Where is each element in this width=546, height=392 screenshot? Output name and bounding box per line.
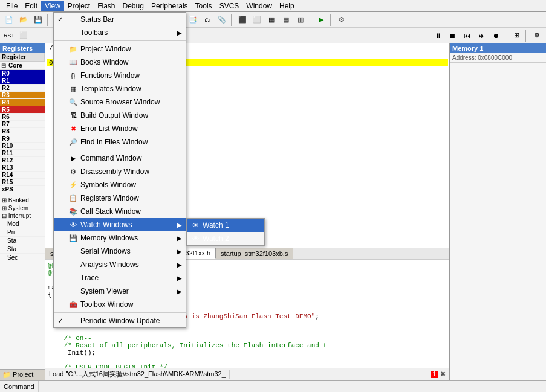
dd-label-disassembly: Disassembly Window bbox=[80, 167, 149, 176]
watch-submenu: 👁 Watch 1 👁 Watch 2 bbox=[186, 218, 265, 246]
tb-sep6 bbox=[310, 14, 312, 26]
tab-startup-stm32f103xb-s[interactable]: startup_stm32f103xb.s bbox=[216, 248, 293, 259]
disassembly-window-icon: ⚙ bbox=[68, 167, 78, 176]
dd-item-disassembly-window[interactable]: ⚙ Disassembly Window bbox=[54, 165, 186, 178]
dd-label-registers: Registers Window bbox=[80, 194, 139, 202]
watch-windows-icon: 👁 bbox=[68, 220, 78, 230]
tb-bookmark4[interactable]: 📎 bbox=[215, 13, 229, 27]
dd-item-project-window[interactable]: 📁 Project Window bbox=[54, 42, 186, 56]
analysis-windows-icon bbox=[68, 260, 78, 269]
tb2-sep3 bbox=[525, 30, 528, 42]
source-browser-icon: 🔍 bbox=[68, 97, 78, 107]
dd-item-call-stack-window[interactable]: 📚 Call Stack Window bbox=[54, 205, 186, 218]
functions-window-icon: {} bbox=[68, 71, 78, 80]
tb-align1[interactable]: ⬛ bbox=[236, 13, 249, 27]
tb2-dbg1[interactable]: ⏸ bbox=[431, 29, 444, 42]
tb2-dbg5[interactable]: ⏺ bbox=[489, 29, 502, 42]
menu-help[interactable]: Help bbox=[276, 1, 298, 11]
tb2-settings[interactable]: ⚙ bbox=[530, 29, 544, 42]
tb2-dbg4[interactable]: ⏭ bbox=[475, 29, 488, 42]
dd-item-memory-windows[interactable]: 💾 Memory Windows ▶ bbox=[54, 231, 186, 245]
dd-item-error-list-window[interactable]: ✖ Error List Window bbox=[54, 122, 186, 135]
tb-align4[interactable]: ▤ bbox=[279, 13, 293, 27]
menu-tools[interactable]: Tools bbox=[192, 1, 216, 11]
menu-peripherals[interactable]: Peripherals bbox=[148, 1, 192, 11]
code-bottom-line-12: /* Reset of all peripherals, Initializes… bbox=[48, 342, 447, 349]
menu-edit[interactable]: Edit bbox=[21, 1, 41, 11]
dd-item-source-browser-window[interactable]: 🔍 Source Browser Window bbox=[54, 95, 186, 109]
dd-item-functions-window[interactable]: {} Functions Window bbox=[54, 69, 186, 82]
status-bar-icon bbox=[68, 14, 78, 24]
menu-flash[interactable]: Flash bbox=[94, 1, 119, 11]
code-bottom-line-14 bbox=[48, 356, 447, 364]
dd-item-analysis-windows[interactable]: Analysis Windows ▶ bbox=[54, 258, 186, 271]
menu-view[interactable]: View bbox=[41, 1, 64, 11]
tb-align3[interactable]: ▦ bbox=[265, 13, 278, 27]
tb2-sep2 bbox=[505, 30, 507, 42]
code-bottom-line-13: _Init(); bbox=[48, 349, 447, 356]
tb-sep5 bbox=[231, 14, 233, 26]
output-bar: Load "C:\...入式16周实验\\stm32_Flash\\MDK-AR… bbox=[45, 368, 449, 380]
dd-item-serial-windows[interactable]: Serial Windows ▶ bbox=[54, 245, 186, 258]
dd-label-find-in-files: Find In Files Window bbox=[80, 138, 148, 146]
toolbars-arrow: ▶ bbox=[177, 30, 182, 36]
tb-align5[interactable]: ▥ bbox=[294, 13, 307, 27]
menu-debug[interactable]: Debug bbox=[119, 1, 148, 11]
dd-item-trace[interactable]: Trace ▶ bbox=[54, 271, 186, 284]
menu-file[interactable]: File bbox=[2, 1, 21, 11]
menu-project[interactable]: Project bbox=[64, 1, 94, 11]
dd-label-trace: Trace bbox=[80, 274, 99, 282]
right-panel: Memory 1 Address: 0x0800C000 bbox=[449, 43, 546, 380]
analysis-windows-arrow: ▶ bbox=[177, 262, 182, 268]
dd-item-watch-windows[interactable]: 👁 Watch Windows ▶ 👁 Watch 1 👁 Watch 2 bbox=[54, 218, 186, 231]
submenu-watch-2[interactable]: 👁 Watch 2 bbox=[187, 232, 264, 245]
dd-label-books-window: Books Window bbox=[80, 58, 128, 66]
dd-sep-1 bbox=[54, 40, 186, 41]
dd-label-toolbox: Toolbox Window bbox=[80, 300, 133, 309]
dd-item-system-viewer[interactable]: System Viewer ▶ bbox=[54, 284, 186, 298]
tb-bookmark3[interactable]: 🗂 bbox=[201, 13, 214, 27]
tb2-layout[interactable]: ⊞ bbox=[510, 29, 523, 42]
dd-item-symbols-window[interactable]: ⚡ Symbols Window bbox=[54, 178, 186, 191]
dd-item-templates-window[interactable]: ▦ Templates Window bbox=[54, 82, 186, 95]
dd-label-source-browser: Source Browser Window bbox=[80, 98, 160, 106]
output-label: Load "C:\...入式16周实验\\stm32_Flash\\MDK-AR… bbox=[45, 370, 230, 379]
dd-item-toolbars[interactable]: Toolbars ▶ bbox=[54, 26, 186, 39]
dd-label-symbols: Symbols Window bbox=[80, 181, 136, 189]
dd-item-toolbox-window[interactable]: 🧰 Toolbox Window bbox=[54, 298, 186, 311]
dd-item-registers-window[interactable]: 📋 Registers Window bbox=[54, 191, 186, 205]
dd-item-status-bar[interactable]: Status Bar bbox=[54, 13, 186, 26]
error-count: 1 bbox=[431, 371, 438, 378]
books-window-icon: 📖 bbox=[68, 57, 78, 67]
menu-window[interactable]: Window bbox=[242, 1, 276, 11]
dd-label-memory-windows: Memory Windows bbox=[80, 234, 138, 242]
command-label: Command bbox=[4, 383, 34, 390]
code-bottom-line-10 bbox=[48, 327, 447, 335]
tb-settings[interactable]: ⚙ bbox=[335, 13, 348, 27]
tb-run[interactable]: ▶ bbox=[314, 13, 328, 27]
watch2-icon: 👁 bbox=[190, 234, 200, 243]
memory-address: Address: 0x0800C000 bbox=[450, 53, 546, 63]
menu-svcs[interactable]: SVCS bbox=[216, 1, 243, 11]
submenu-label-watch1: Watch 1 bbox=[203, 221, 229, 230]
submenu-watch-1[interactable]: 👁 Watch 1 bbox=[187, 219, 264, 232]
tb2-dbg2[interactable]: ⏹ bbox=[446, 29, 459, 42]
dd-item-find-in-files-window[interactable]: 🔎 Find In Files Window bbox=[54, 135, 186, 149]
toolbars-icon bbox=[68, 28, 78, 37]
tb2-dbg3[interactable]: ⏮ bbox=[460, 29, 473, 42]
toolbox-window-icon: 🧰 bbox=[68, 300, 78, 309]
dd-label-build-output: Build Output Window bbox=[80, 111, 148, 120]
tb-bookmark2[interactable]: 📑 bbox=[186, 13, 200, 27]
submenu-label-watch2: Watch 2 bbox=[203, 234, 229, 243]
tb-align2[interactable]: ⬜ bbox=[250, 13, 264, 27]
error-list-icon: ✖ bbox=[68, 124, 78, 133]
trace-arrow: ▶ bbox=[177, 275, 182, 281]
dd-item-books-window[interactable]: 📖 Books Window bbox=[54, 56, 186, 69]
project-panel-tab[interactable]: 📁 Project bbox=[0, 369, 45, 380]
system-viewer-icon bbox=[68, 286, 78, 296]
dd-item-command-window[interactable]: ▶ Command Window bbox=[54, 152, 186, 165]
dd-item-build-output-window[interactable]: 🏗 Build Output Window bbox=[54, 109, 186, 122]
dd-label-error-list: Error List Window bbox=[80, 124, 138, 133]
dd-label-periodic-update: Periodic Window Update bbox=[80, 316, 160, 325]
dd-item-periodic-window-update[interactable]: Periodic Window Update bbox=[54, 314, 186, 327]
